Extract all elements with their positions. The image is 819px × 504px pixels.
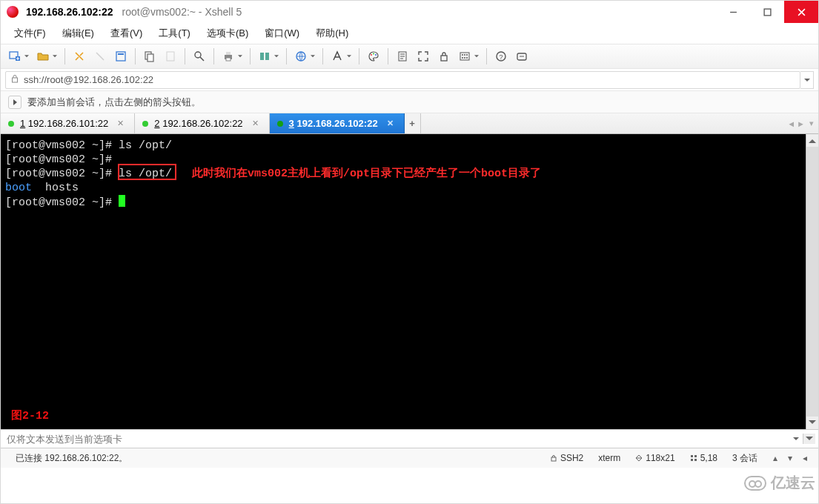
svg-rect-37 [691,459,693,461]
status-dot-icon [8,121,14,127]
status-connection: 已连接 192.168.26.102:22。 [8,452,135,465]
tab-close-icon[interactable]: ✕ [387,119,394,128]
menu-tools[interactable]: 工具(T) [151,24,198,43]
info-text: 要添加当前会话，点击左侧的箭头按钮。 [27,96,201,109]
svg-point-19 [373,53,374,55]
session-tab-2[interactable]: 2 192.168.26.102:22 ✕ [135,113,269,133]
print-button[interactable] [219,47,245,66]
menu-file[interactable]: 文件(F) [7,24,53,43]
resize-icon [635,454,643,462]
reconnect-button[interactable] [70,47,89,66]
status-dot-icon [142,121,148,127]
session-tab-1[interactable]: 1 192.168.26.101:22 ✕ [1,113,135,133]
svg-rect-1 [764,9,771,16]
command-bar [1,429,818,448]
svg-point-29 [466,57,468,59]
command-input[interactable] [4,431,789,447]
fullscreen-button[interactable] [414,47,433,66]
tab-close-icon[interactable]: ✕ [117,119,124,128]
lock-icon [550,454,557,462]
command-dropdown[interactable] [789,434,803,443]
disconnect-button[interactable] [90,47,110,66]
status-bar: 已连接 192.168.26.102:22。 SSH2 xterm 118x21… [1,448,818,468]
new-session-button[interactable] [5,47,32,66]
caret-up-icon[interactable]: ▴ [769,452,781,464]
menu-edit[interactable]: 编辑(E) [55,24,102,43]
svg-rect-23 [460,53,469,60]
new-tab-button[interactable]: + [405,113,421,133]
window-close-button[interactable] [784,1,818,23]
svg-rect-9 [147,54,153,62]
status-cursor-pos: 5,18 [683,453,725,463]
svg-point-11 [195,52,201,58]
scroll-up-button[interactable] [806,134,818,147]
command-scrollbar[interactable] [803,434,815,444]
svg-point-26 [466,54,468,56]
find-button[interactable] [190,47,209,66]
terminal-cursor [119,195,125,207]
svg-point-20 [375,54,377,56]
terminal-area: [root@vms002 ~]# ls /opt/ [root@vms002 ~… [1,134,818,429]
window-maximize-button[interactable] [750,1,784,23]
figure-label: 图2-12 [11,409,49,423]
menu-tabs[interactable]: 选项卡(B) [199,24,256,43]
tab-scroll-buttons[interactable]: ◄►▾ [787,113,814,133]
info-bar: 要添加当前会话，点击左侧的箭头按钮。 [1,91,818,113]
properties-button[interactable] [111,47,130,66]
address-bar: ssh://root@192.168.26.102:22 [1,69,818,91]
svg-point-28 [464,57,465,59]
menu-window[interactable]: 窗口(W) [257,24,307,43]
address-text: ssh://root@192.168.26.102:22 [24,74,153,85]
tab-close-icon[interactable]: ✕ [252,119,259,128]
svg-rect-34 [551,457,556,461]
add-session-arrow-button[interactable] [8,96,21,109]
help-button[interactable]: ? [491,47,511,66]
status-term-type: xterm [591,453,628,463]
address-input[interactable]: ssh://root@192.168.26.102:22 [5,71,800,89]
lock-icon [10,74,19,85]
color-button[interactable] [364,47,383,66]
lock-button[interactable] [434,47,454,66]
watermark-logo-icon [744,476,766,491]
scroll-down-button[interactable] [806,417,818,429]
svg-text:?: ? [499,53,503,61]
svg-rect-7 [118,53,124,55]
window-minimize-button[interactable] [716,1,750,23]
menu-bar: 文件(F) 编辑(E) 查看(V) 工具(T) 选项卡(B) 窗口(W) 帮助(… [1,23,818,44]
svg-point-25 [464,54,465,56]
svg-point-27 [462,57,463,59]
menu-view[interactable]: 查看(V) [103,24,150,43]
session-tab-3[interactable]: 3 192.168.26.102:22 ✕ [270,113,405,133]
annotation-text: 此时我们在vms002主机上看到/opt目录下已经产生了一个boot目录了 [192,168,541,180]
copy-button[interactable] [140,47,159,66]
grid-icon [690,454,697,462]
caret-down-icon[interactable]: ▾ [784,452,796,464]
svg-point-18 [371,54,372,56]
watermark: 亿速云 [744,473,815,493]
svg-rect-35 [691,455,693,457]
terminal-scrollbar[interactable] [806,134,818,429]
status-sessions: 3 会话 [725,452,765,465]
svg-rect-36 [694,455,697,457]
compose-button[interactable] [512,47,531,66]
caret-left-icon[interactable]: ◂ [799,452,811,464]
font-button[interactable] [328,47,354,66]
terminal[interactable]: [root@vms002 ~]# ls /opt/ [root@vms002 ~… [1,134,806,429]
address-dropdown[interactable] [800,71,814,89]
transfer-button[interactable] [255,47,282,66]
svg-rect-13 [226,52,231,55]
app-icon [7,6,19,18]
open-session-button[interactable] [33,47,60,66]
scroll-track[interactable] [806,147,818,417]
paste-button[interactable] [161,47,180,66]
svg-rect-33 [13,78,18,82]
keypad-button[interactable] [455,47,482,66]
log-button[interactable] [393,47,412,66]
menu-help[interactable]: 帮助(H) [308,24,356,43]
status-protocol: SSH2 [543,453,591,463]
watermark-text: 亿速云 [771,473,815,493]
script-button[interactable] [291,47,318,66]
session-tabs: 1 192.168.26.101:22 ✕ 2 192.168.26.102:2… [1,113,818,134]
svg-rect-6 [116,52,125,61]
svg-rect-15 [260,53,264,60]
